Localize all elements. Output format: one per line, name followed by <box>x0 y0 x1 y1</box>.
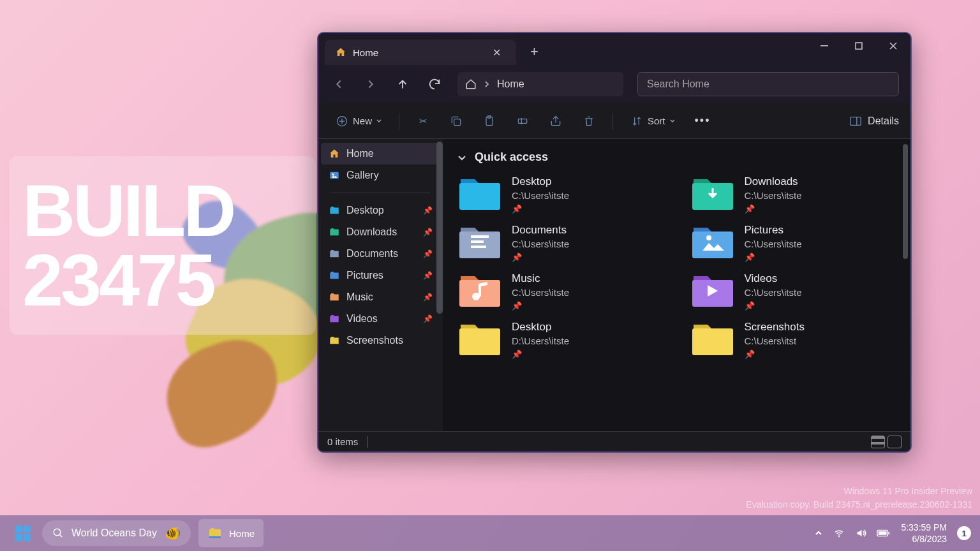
folder-icon <box>329 335 340 346</box>
battery-icon[interactable] <box>877 529 891 538</box>
folder-icon <box>457 175 503 212</box>
content-scrollbar[interactable] <box>903 144 908 259</box>
cut-button[interactable]: ✂ <box>411 110 435 132</box>
minimize-button[interactable] <box>807 37 842 61</box>
quick-access-item[interactable]: Music C:\Users\itste 📌 <box>457 272 664 311</box>
item-name: Videos <box>745 272 802 285</box>
pin-icon: 📌 <box>512 349 569 359</box>
svg-rect-3 <box>454 119 461 125</box>
item-name: Music <box>512 272 569 285</box>
notification-badge[interactable]: 1 <box>957 526 971 540</box>
new-button[interactable]: New <box>330 110 387 132</box>
titlebar[interactable]: Home ✕ + <box>318 33 910 65</box>
svg-rect-22 <box>692 328 733 355</box>
folder-icon <box>329 291 340 303</box>
chevron-down-icon <box>669 118 676 124</box>
rename-icon <box>516 114 530 128</box>
svg-rect-15 <box>471 246 486 248</box>
copy-button[interactable] <box>444 110 468 132</box>
item-name: Desktop <box>512 175 569 188</box>
copy-icon <box>449 114 463 128</box>
quick-access-header[interactable]: Quick access <box>457 151 896 164</box>
details-toggle[interactable]: Details <box>849 114 899 128</box>
sort-button[interactable]: Sort <box>625 110 681 132</box>
sidebar-item-pictures[interactable]: Pictures 📌 <box>321 265 440 286</box>
tab-close-button[interactable]: ✕ <box>487 44 506 61</box>
sidebar-item-desktop[interactable]: Desktop 📌 <box>321 200 440 221</box>
windows-icon <box>14 524 32 542</box>
share-icon <box>549 114 563 128</box>
plus-circle-icon <box>335 114 349 128</box>
sidebar-item-screenshots[interactable]: Screenshots <box>321 330 440 351</box>
quick-access-item[interactable]: Videos C:\Users\itste 📌 <box>690 272 897 311</box>
item-path: C:\Users\itst <box>745 335 805 346</box>
paste-button[interactable] <box>477 110 501 132</box>
list-view-button[interactable] <box>871 436 885 448</box>
more-button[interactable]: ••• <box>690 110 716 131</box>
tray-overflow-icon[interactable] <box>814 529 823 538</box>
gallery-icon <box>329 170 340 181</box>
svg-rect-24 <box>24 525 31 533</box>
address-bar[interactable]: Home <box>457 72 623 96</box>
navigation-pane: Home Gallery Desktop 📌 Downloads 📌 Docum… <box>318 139 443 431</box>
trash-icon <box>582 114 596 128</box>
new-tab-button[interactable]: + <box>524 41 545 62</box>
quick-access-item[interactable]: Screenshots C:\Users\itst 📌 <box>690 321 897 359</box>
svg-rect-13 <box>471 235 489 238</box>
pin-icon: 📌 <box>745 253 802 262</box>
item-path: C:\Users\itste <box>745 239 802 249</box>
quick-access-item[interactable]: Downloads C:\Users\itste 📌 <box>690 175 897 214</box>
sidebar-scrollbar[interactable] <box>436 142 443 314</box>
taskbar-search[interactable]: World Oceans Day 🐠 <box>42 520 191 546</box>
forward-button[interactable] <box>362 75 380 93</box>
chevron-down-icon <box>376 118 382 124</box>
quick-access-item[interactable]: Pictures C:\Users\itste 📌 <box>690 224 897 262</box>
item-name: Screenshots <box>745 321 805 334</box>
quick-access-item[interactable]: Desktop D:\Users\itste 📌 <box>457 321 664 359</box>
tab-home[interactable]: Home ✕ <box>325 40 516 65</box>
share-button[interactable] <box>544 110 568 132</box>
details-pane-icon <box>849 114 863 128</box>
close-button[interactable] <box>876 37 910 61</box>
sidebar-item-videos[interactable]: Videos 📌 <box>321 308 440 330</box>
item-path: C:\Users\itste <box>745 190 802 201</box>
refresh-button[interactable] <box>426 75 443 93</box>
volume-icon[interactable] <box>855 527 866 539</box>
maximize-button[interactable] <box>842 37 876 61</box>
status-bar: 0 items <box>318 431 910 452</box>
item-path: C:\Users\itste <box>512 287 569 298</box>
svg-rect-1 <box>856 43 862 49</box>
pin-icon: 📌 <box>512 253 569 262</box>
svg-rect-7 <box>850 117 861 125</box>
sidebar-item-music[interactable]: Music 📌 <box>321 286 440 308</box>
file-explorer-window: Home ✕ + Home Search Home New ✂ <box>317 32 912 453</box>
search-icon <box>52 527 64 539</box>
pin-icon: 📌 <box>745 204 802 214</box>
wifi-icon[interactable] <box>833 527 845 539</box>
sidebar-item-home[interactable]: Home <box>321 143 440 165</box>
taskbar-clock[interactable]: 5:33:59 PM 6/8/2023 <box>901 522 947 545</box>
folder-icon <box>457 224 503 261</box>
svg-rect-21 <box>459 328 500 355</box>
back-button[interactable] <box>330 75 348 93</box>
rename-button[interactable] <box>510 110 535 132</box>
up-button[interactable] <box>394 75 412 93</box>
folder-icon <box>329 205 340 216</box>
svg-rect-6 <box>518 119 526 123</box>
sidebar-item-downloads[interactable]: Downloads 📌 <box>321 221 440 243</box>
details-view-button[interactable] <box>887 436 902 448</box>
search-input[interactable]: Search Home <box>637 72 899 96</box>
folder-icon <box>690 175 736 212</box>
home-icon <box>335 47 346 58</box>
delete-button[interactable] <box>577 110 601 132</box>
sidebar-item-documents[interactable]: Documents 📌 <box>321 243 440 265</box>
svg-rect-25 <box>15 534 22 541</box>
quick-access-item[interactable]: Documents C:\Users\itste 📌 <box>457 224 664 262</box>
start-button[interactable] <box>9 519 37 547</box>
item-name: Downloads <box>745 175 802 188</box>
taskbar-app-explorer[interactable]: Home <box>198 519 264 547</box>
sidebar-item-gallery[interactable]: Gallery <box>321 165 440 186</box>
pin-icon: 📌 <box>745 301 802 311</box>
quick-access-item[interactable]: Desktop C:\Users\itste 📌 <box>457 175 664 214</box>
address-location: Home <box>497 78 524 90</box>
